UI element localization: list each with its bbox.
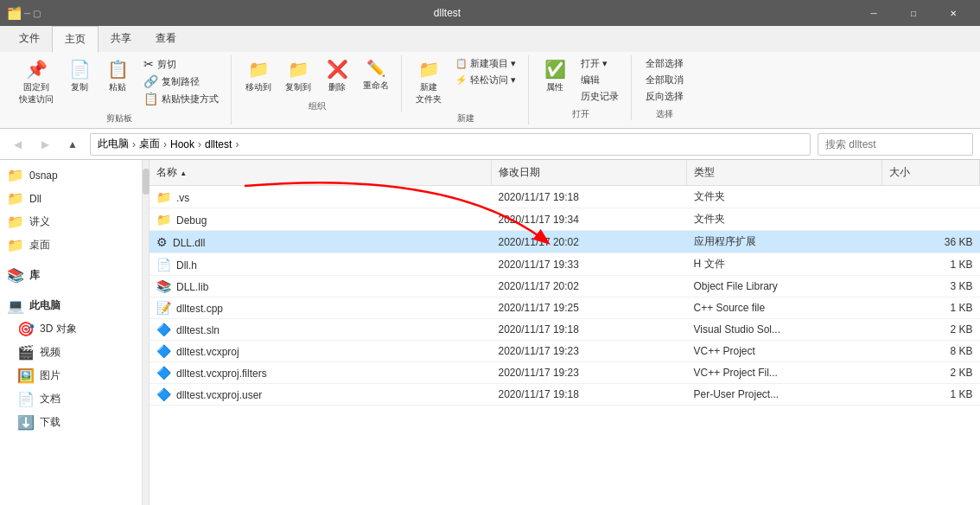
copy-button[interactable]: 📄 复制: [62, 55, 97, 97]
clipboard-small-group: ✂剪切 🔗复制路径 📋粘贴快捷方式: [138, 55, 224, 107]
cut-button[interactable]: ✂剪切: [138, 55, 224, 73]
path-desktop: 桌面: [139, 137, 160, 151]
table-row[interactable]: 📄Dll.h 2020/11/17 19:33 H 文件 1 KB: [150, 253, 980, 276]
path-hook: Hook: [170, 138, 194, 150]
file-size-cell: [882, 208, 980, 231]
history-button[interactable]: 历史记录: [576, 88, 624, 105]
col-date[interactable]: 修改日期: [492, 160, 687, 186]
sidebar-item-documents[interactable]: 📄 文档: [0, 387, 142, 411]
sidebar-item-library[interactable]: 📚 库: [0, 264, 142, 287]
table-row[interactable]: 🔷dlltest.vcxproj 2020/11/17 19:23 VC++ P…: [150, 341, 980, 362]
properties-icon: ✅: [544, 59, 566, 80]
file-size-cell: 1 KB: [882, 384, 980, 406]
tab-home[interactable]: 主页: [52, 26, 99, 53]
file-date-cell: 2020/11/17 19:18: [492, 319, 687, 341]
ribbon: 文件 主页 共享 查看 📌 固定到 快速访问 📄 复制 📋 粘贴: [0, 26, 980, 129]
table-row[interactable]: ⚙DLL.dll 2020/11/17 20:02 应用程序扩展 36 KB: [150, 231, 980, 253]
properties-button[interactable]: ✅ 属性: [538, 55, 572, 97]
file-type-cell: 文件夹: [687, 186, 882, 208]
file-name-cell: 📚DLL.lib: [150, 276, 492, 297]
sidebar-item-video[interactable]: 🎬 视频: [0, 341, 142, 364]
file-type-cell: Object File Library: [687, 276, 882, 297]
close-button[interactable]: ✕: [933, 0, 973, 26]
file-list: 📁.vs 2020/11/17 19:18 文件夹 📁Debug 2020/11…: [150, 186, 980, 406]
ribbon-group-select: 全部选择 全部取消 反向选择 选择: [633, 55, 696, 120]
col-size[interactable]: 大小: [882, 160, 980, 186]
up-button[interactable]: ▲: [62, 134, 83, 155]
table-row[interactable]: 📁.vs 2020/11/17 19:18 文件夹: [150, 186, 980, 208]
address-path[interactable]: 此电脑 › 桌面 › Hook › dlltest ›: [90, 133, 811, 156]
delete-button[interactable]: ❌ 删除: [320, 55, 354, 97]
table-row[interactable]: 🔷dlltest.vcxproj.user 2020/11/17 19:18 P…: [150, 384, 980, 406]
open-label: 打开: [572, 108, 589, 120]
file-content: 名称 ▲ 修改日期 类型 大小 📁.vs 2020/11/17 19:18 文件…: [150, 160, 980, 505]
edit-button[interactable]: 编辑: [576, 72, 624, 88]
computer-icon: 💻: [7, 297, 24, 314]
search-input[interactable]: [818, 133, 973, 156]
sidebar-item-downloads[interactable]: ⬇️ 下载: [0, 411, 142, 434]
file-date-cell: 2020/11/17 20:02: [492, 276, 687, 297]
sidebar-item-jiangyi[interactable]: 📁 讲义: [0, 210, 142, 233]
sidebar-item-pictures[interactable]: 🖼️ 图片: [0, 364, 142, 387]
col-type[interactable]: 类型: [687, 160, 882, 186]
file-icon: 📄: [156, 258, 171, 272]
table-row[interactable]: 📁Debug 2020/11/17 19:34 文件夹: [150, 208, 980, 231]
forward-button[interactable]: ▶: [35, 134, 55, 155]
sidebar-item-0snap[interactable]: 📁 0snap: [0, 163, 142, 187]
file-icon: ⚙: [156, 235, 168, 249]
copy-path-button[interactable]: 🔗复制路径: [138, 73, 224, 90]
copy-icon: 📄: [69, 59, 91, 80]
copy-to-button[interactable]: 📁 复制到: [280, 55, 316, 97]
back-button[interactable]: ◀: [7, 134, 28, 155]
file-icon: 📝: [156, 301, 171, 315]
file-type-cell: H 文件: [687, 253, 882, 276]
file-icon: 🔷: [156, 366, 171, 380]
tab-share[interactable]: 共享: [99, 26, 143, 52]
select-small-group: 全部选择 全部取消 反向选择: [640, 55, 689, 105]
tab-file[interactable]: 文件: [7, 26, 52, 52]
open-small-group: 打开 ▾ 编辑 历史记录: [576, 55, 624, 105]
new-item-button[interactable]: 📋 新建项目 ▾: [450, 55, 521, 72]
easy-access-button[interactable]: ⚡ 轻松访问 ▾: [450, 72, 521, 88]
sidebar-scrollbar[interactable]: [143, 160, 150, 505]
move-icon: 📁: [248, 59, 270, 80]
maximize-button[interactable]: □: [894, 0, 933, 26]
invert-selection-button[interactable]: 反向选择: [640, 88, 689, 105]
select-all-button[interactable]: 全部选择: [640, 55, 689, 72]
table-row[interactable]: 🔷dlltest.vcxproj.filters 2020/11/17 19:2…: [150, 362, 980, 384]
sidebar-item-3dobjects[interactable]: 🎯 3D 对象: [0, 317, 142, 341]
file-icon: 📁: [156, 213, 171, 227]
sidebar-item-desktop[interactable]: 📁 桌面: [0, 233, 142, 257]
file-size-cell: 3 KB: [882, 276, 980, 297]
window-controls[interactable]: ─ □ ✕: [854, 0, 973, 26]
file-size-cell: 2 KB: [882, 362, 980, 384]
sidebar-item-thispc[interactable]: 💻 此电脑: [0, 294, 142, 317]
file-type-cell: 应用程序扩展: [687, 231, 882, 253]
file-date-cell: 2020/11/17 19:33: [492, 253, 687, 276]
rename-button[interactable]: ✏️ 重命名: [358, 55, 394, 95]
scrollbar-thumb[interactable]: [143, 169, 150, 195]
open-button[interactable]: 打开 ▾: [576, 55, 624, 72]
library-icon: 📚: [7, 267, 24, 284]
pin-quick-access-button[interactable]: 📌 固定到 快速访问: [14, 55, 59, 109]
file-icon: 🔷: [156, 344, 171, 358]
select-none-button[interactable]: 全部取消: [640, 72, 689, 88]
table-row[interactable]: 📝dlltest.cpp 2020/11/17 19:25 C++ Source…: [150, 297, 980, 319]
col-name[interactable]: 名称 ▲: [150, 160, 492, 186]
tab-view[interactable]: 查看: [143, 26, 188, 52]
sidebar-item-dll[interactable]: 📁 Dll: [0, 187, 142, 210]
ribbon-group-organize: 📁 移动到 📁 复制到 ❌ 删除 ✏️ 重命名 组织: [233, 55, 402, 112]
paste-shortcut-button[interactable]: 📋粘贴快捷方式: [138, 90, 224, 107]
table-row[interactable]: 📚DLL.lib 2020/11/17 20:02 Object File Li…: [150, 276, 980, 297]
table-row[interactable]: 🔷dlltest.sln 2020/11/17 19:18 Visual Stu…: [150, 319, 980, 341]
file-icon: 🔷: [156, 387, 171, 401]
path-dlltest: dlltest: [205, 138, 232, 150]
file-table: 名称 ▲ 修改日期 类型 大小 📁.vs 2020/11/17 19:18 文件…: [150, 160, 980, 406]
new-folder-button[interactable]: 📁 新建 文件夹: [410, 55, 447, 109]
move-to-button[interactable]: 📁 移动到: [240, 55, 277, 97]
minimize-button[interactable]: ─: [854, 0, 894, 26]
new-small-group: 📋 新建项目 ▾ ⚡ 轻松访问 ▾: [450, 55, 521, 88]
paste-button[interactable]: 📋 粘贴: [100, 55, 135, 97]
file-size-cell: 1 KB: [882, 253, 980, 276]
file-size-cell: 2 KB: [882, 319, 980, 341]
